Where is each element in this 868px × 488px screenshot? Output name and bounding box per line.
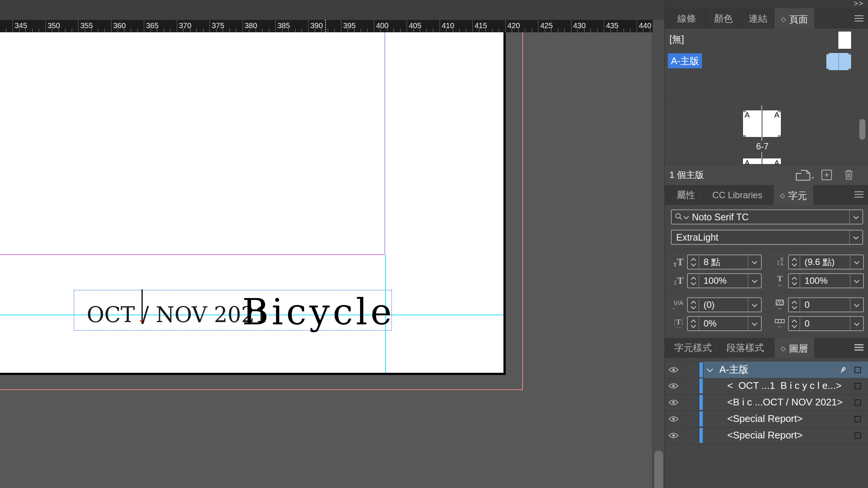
layer-row-master[interactable]: A-主版 [665,361,868,378]
font-size-field[interactable]: 8 點 [687,255,762,270]
ruler-major-tick [111,20,112,32]
target-square[interactable] [854,367,861,373]
delete-page-icon[interactable] [844,169,854,181]
tab-stroke[interactable]: 線條 [669,8,705,29]
visibility-toggle[interactable] [665,361,682,378]
leading-dropdown[interactable] [850,255,863,269]
document-scrollbar-thumb[interactable] [654,450,663,488]
masthead-title-text[interactable]: Bicycle [242,294,395,330]
master-none-label[interactable]: [無] [669,33,684,45]
lock-toggle[interactable] [682,378,699,394]
ruler-major-tick [407,20,407,32]
master-a-label[interactable]: A-主版 [668,53,702,68]
lock-toggle[interactable] [682,427,699,444]
ruler-major-tick [341,20,341,32]
layer-row-item[interactable]: <Special Report> [665,411,868,428]
pen-icon [839,366,847,374]
ruler-major-tick [472,20,473,32]
text-cursor [142,289,143,324]
tab-character-styles[interactable]: 字元樣式 [667,338,719,358]
visibility-toggle[interactable] [665,411,682,427]
font-size-stepper[interactable] [688,255,699,269]
font-style-dropdown[interactable] [849,230,862,244]
ruler-minor-tick [466,29,466,32]
grid-jidori-field[interactable]: 0 [788,316,864,331]
tab-properties[interactable]: 屬性 [669,185,703,205]
font-size-dropdown[interactable] [748,255,761,269]
master-a-spread-icon[interactable] [826,53,851,70]
ruler-minor-tick [545,29,545,32]
panel-menu-icon[interactable] [854,344,863,351]
layer-color-bar [699,411,703,426]
eye-icon [669,432,678,438]
ruler-minor-tick [65,29,65,32]
panel-menu-icon[interactable] [854,191,863,198]
master-none-page-icon[interactable] [838,32,851,49]
horizontal-scale-field[interactable]: 100% [788,273,864,288]
visibility-toggle[interactable] [665,394,682,411]
ruler-minor-tick [387,29,387,32]
grid-jidori-value: 0 [800,317,850,330]
tab-pages[interactable]: ◇ 頁面 [775,8,814,30]
proportional-spacing-field[interactable]: 0% [687,316,762,331]
ruler-major-tick [505,20,506,32]
ruler-minor-tick [610,29,611,32]
kerning-icon: V/A ← [670,297,687,312]
visibility-toggle[interactable] [665,378,682,394]
ruler-minor-tick [584,29,585,32]
ruler-minor-tick [597,29,598,32]
lock-toggle[interactable] [682,394,699,411]
new-page-button[interactable]: + [821,170,832,180]
spread-thumbnail-partial[interactable]: A A [743,152,782,164]
ruler-minor-tick [492,29,493,32]
ruler-minor-tick [335,29,335,32]
font-family-dropdown[interactable] [849,210,862,224]
ruler-minor-tick [348,29,348,32]
layer-color-bar [699,395,703,410]
ruler-major-tick [243,20,243,32]
ruler-minor-tick [643,29,643,32]
ruler-minor-tick [26,29,26,32]
tab-layers[interactable]: ◇ 圖層 [775,338,814,359]
vertical-scale-field[interactable]: 100% [687,273,762,288]
ruler-minor-tick [315,29,315,32]
horizontal-ruler[interactable]: 3453503553603653703753803853903954004054… [0,20,653,32]
panel-menu-icon[interactable] [854,15,863,22]
ruler-major-tick [440,20,440,32]
target-square[interactable] [854,432,861,439]
ruler-minor-tick [190,29,190,32]
font-search-icon[interactable] [672,210,688,224]
font-family-field[interactable]: Noto Serif TC [671,209,863,224]
pages-tab-bar: 線條 顏色 連結 ◇ 頁面 [665,8,868,29]
spread-page-right[interactable]: A [763,110,781,137]
tracking-field[interactable]: 0 [788,297,864,312]
target-square[interactable] [854,399,861,406]
dock-header: >> [665,0,868,8]
visibility-toggle[interactable] [665,427,682,444]
masthead-date-text[interactable]: OCT / NOV 2021 [87,304,268,325]
layer-row-item[interactable]: < OCT ...1 B i c y c l e...> [665,378,868,395]
lock-toggle[interactable] [682,361,699,378]
spread-page-left[interactable]: A [743,110,761,137]
tab-character[interactable]: ◇ 字元 [774,185,813,206]
tab-cc-libraries[interactable]: CC Libraries [704,185,771,205]
document-scrollbar-track[interactable] [653,20,665,488]
expand-chevron-icon[interactable] [707,366,713,372]
font-style-field[interactable]: ExtraLight [671,230,863,245]
leading-field[interactable]: (9.6 點) [788,255,864,270]
ruler-minor-tick [157,29,157,32]
lock-toggle[interactable] [682,411,699,427]
edit-page-size-icon[interactable] [796,169,814,182]
pages-scrollbar-thumb[interactable] [859,119,865,140]
collapse-panels-icon[interactable]: >> [854,0,864,8]
target-square[interactable] [854,383,861,389]
ruler-minor-tick [591,29,591,32]
target-square[interactable] [854,416,861,422]
kerning-field[interactable]: (0) [687,297,762,312]
layer-row-item[interactable]: <Special Report> [665,427,868,444]
tab-color[interactable]: 顏色 [705,8,741,29]
tab-links[interactable]: 連結 [742,8,774,29]
layer-row-item[interactable]: <B i c ...OCT / NOV 2021> [665,394,868,411]
leading-stepper[interactable] [789,255,800,269]
tab-paragraph-styles[interactable]: 段落樣式 [720,338,771,358]
